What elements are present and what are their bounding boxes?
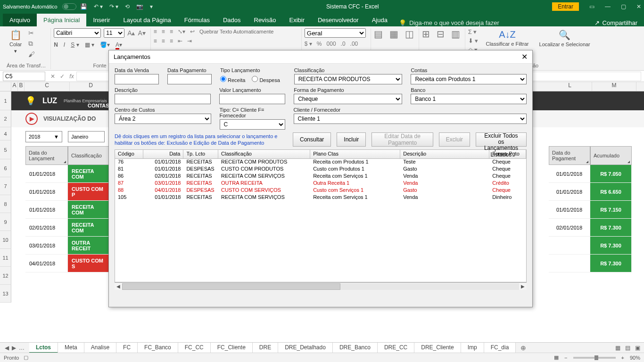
indent-dec-icon[interactable]: ⇤ xyxy=(178,38,182,44)
delete-cells-icon[interactable]: ⊟ xyxy=(437,28,445,40)
col-L[interactable]: L xyxy=(548,82,592,91)
view-break-icon[interactable]: ▣ xyxy=(635,345,640,351)
format-table-icon[interactable]: ▦ xyxy=(389,28,398,40)
incluir-button[interactable]: Incluir xyxy=(337,132,366,147)
row-header[interactable]: 13 xyxy=(0,285,11,303)
col-tp[interactable]: Tp. Lcto xyxy=(183,150,218,158)
hdr-paydate[interactable]: Data do Pagament xyxy=(549,146,590,165)
row-header[interactable]: 7 xyxy=(0,177,11,195)
font-name-select[interactable]: Calibri xyxy=(54,28,101,38)
currency-icon[interactable]: $ ▾ xyxy=(305,41,312,47)
input-data-pag[interactable] xyxy=(167,74,212,84)
scroll-right-icon[interactable]: ▶ xyxy=(519,284,527,289)
tab-view[interactable]: Exibir xyxy=(282,14,311,26)
col-B[interactable]: B xyxy=(18,82,25,91)
fx-icon[interactable]: fx xyxy=(67,73,76,80)
select-cf[interactable]: Cliente 1 xyxy=(294,114,527,124)
col-cls[interactable]: Classificação xyxy=(218,150,310,158)
copy-icon[interactable]: ⧉ xyxy=(28,40,35,48)
select-tipocf[interactable]: C xyxy=(220,119,285,130)
hdr-acum[interactable]: Acumulado xyxy=(590,146,632,165)
comma-icon[interactable]: 000 xyxy=(327,41,336,47)
close-window-icon[interactable]: ✕ xyxy=(636,3,641,10)
scroll-thumb[interactable] xyxy=(122,283,340,290)
undo-icon[interactable]: ↶ ▾ xyxy=(94,3,103,10)
increase-font-icon[interactable]: A▴ xyxy=(127,29,135,37)
insert-cells-icon[interactable]: ⊞ xyxy=(422,28,430,40)
select-centro[interactable]: Área 2 xyxy=(115,114,211,124)
tab-scroll-right-icon[interactable]: ▶ xyxy=(12,345,16,351)
sheet-tab[interactable]: DRE_CC xyxy=(378,343,414,353)
hdr-date[interactable]: Data do Lançament xyxy=(25,146,68,165)
col-fp[interactable]: Forma Pgto xyxy=(489,150,526,158)
font-size-select[interactable]: 11 xyxy=(104,28,124,38)
table-row[interactable]: R$ 7.300 xyxy=(549,237,632,255)
select-banco[interactable]: Banco 1 xyxy=(411,94,527,104)
list-row[interactable]: 10501/01/2018RECEITASRECEITA COM SERVIÇO… xyxy=(115,194,526,201)
sheet-tab[interactable]: FC_Banco xyxy=(138,343,178,353)
col-codigo[interactable]: Código xyxy=(115,150,143,158)
list-row[interactable]: 8101/01/2018DESPESASCUSTO COM PRODUTOSCu… xyxy=(115,166,526,173)
decrease-font-icon[interactable]: A▾ xyxy=(138,29,146,37)
align-left-icon[interactable]: ≡ xyxy=(154,38,157,44)
row-header[interactable]: 4 xyxy=(0,127,11,140)
col-plano[interactable]: Plano Ctas xyxy=(310,150,400,158)
list-body[interactable]: 7601/01/2018RECEITASRECEITA COM PRODUTOS… xyxy=(115,159,527,282)
font-color-icon[interactable]: A▾ xyxy=(116,41,122,48)
col-data[interactable]: Data xyxy=(143,150,184,158)
list-row[interactable]: 8804/01/2018DESPESASCUSTO COM SERVIÇOSCu… xyxy=(115,187,526,194)
sheet-tab[interactable]: Meta xyxy=(58,343,84,353)
format-cells-icon[interactable]: ▥ xyxy=(451,28,460,40)
table-row[interactable]: 02/01/2018RECEITA COM xyxy=(11,219,109,237)
wrap-text-icon[interactable]: ↩ xyxy=(190,28,195,35)
tab-more-icon[interactable]: … xyxy=(19,345,25,351)
view-normal-icon[interactable]: ▦ xyxy=(615,345,620,351)
radio-receita[interactable]: Receita xyxy=(220,76,245,83)
zoom-slider[interactable] xyxy=(573,357,616,359)
sheet-tab[interactable]: DRE_Cliente xyxy=(414,343,461,353)
find-select-button[interactable]: 🔍 Localizar e Selecionar xyxy=(537,28,593,48)
maximize-icon[interactable]: ▢ xyxy=(621,3,626,10)
sheet-tab[interactable]: FC_dia xyxy=(484,343,516,353)
input-data-venda[interactable] xyxy=(115,74,159,84)
radio-despesa[interactable]: Despesa xyxy=(252,76,280,83)
signin-button[interactable]: Entrar xyxy=(552,2,579,11)
ribbon-options-icon[interactable]: ▭ xyxy=(589,3,594,10)
editar-button[interactable]: Editar Data de Pagamento xyxy=(372,132,433,147)
inc-dec-icon[interactable]: .0 xyxy=(341,41,346,47)
align-mid-icon[interactable]: ≡ xyxy=(162,28,165,35)
number-format-select[interactable]: Geral xyxy=(305,28,366,38)
align-top-icon[interactable]: ≡ xyxy=(154,28,157,35)
list-row[interactable]: 8703/01/2018RECEITASOUTRA RECEITAOutra R… xyxy=(115,180,526,187)
table-row[interactable]: 01/01/2018RECEITA COM xyxy=(11,201,109,219)
table-row[interactable]: 01/01/2018R$ 6.650 xyxy=(549,183,632,201)
fill-color-icon[interactable]: 🪣▾ xyxy=(100,41,110,48)
select-class[interactable]: RECEITA COM PRODUTOS xyxy=(294,74,403,84)
sheet-tab[interactable]: DRE_Detalhado xyxy=(278,343,333,353)
tab-layout[interactable]: Layout da Página xyxy=(117,14,178,26)
dec-dec-icon[interactable]: .00 xyxy=(350,41,358,47)
border-icon[interactable]: ▦ ▾ xyxy=(85,41,94,48)
sheet-tab[interactable]: FC_CC xyxy=(178,343,211,353)
camera-icon[interactable]: 📷 xyxy=(136,3,143,10)
scroll-left-icon[interactable]: ◀ xyxy=(115,284,122,289)
orientation-icon[interactable]: ⤡▾ xyxy=(178,28,185,35)
dialog-hscroll[interactable]: ◀ ▶ xyxy=(115,282,527,290)
cut-icon[interactable]: ✂ xyxy=(28,29,35,37)
excluir-todos-button[interactable]: Excluir Todos os Lançamentos Listados xyxy=(476,132,527,147)
table-row[interactable]: 01/01/2018RECEITA COM xyxy=(11,165,109,183)
sheet-tab[interactable]: Imp xyxy=(461,343,484,353)
row-header[interactable]: 11 xyxy=(0,249,11,267)
col-desc[interactable]: Descrição xyxy=(400,150,489,158)
sheet-tab[interactable]: DRE xyxy=(253,343,278,353)
zoom-in-icon[interactable]: + xyxy=(621,355,624,361)
sheet-tab[interactable]: Analise xyxy=(84,343,116,353)
excluir-button[interactable]: Excluir xyxy=(439,132,470,147)
table-row[interactable]: 01/01/2018R$ 7.150 xyxy=(549,201,632,219)
tab-insert[interactable]: Inserir xyxy=(86,14,116,26)
format-painter-icon[interactable]: 🖌 xyxy=(28,50,35,58)
cell-styles-icon[interactable]: ◫ xyxy=(405,28,414,40)
select-forma[interactable]: Cheque xyxy=(294,94,402,104)
zoom-out-icon[interactable]: − xyxy=(564,355,567,361)
input-desc[interactable] xyxy=(115,94,211,104)
